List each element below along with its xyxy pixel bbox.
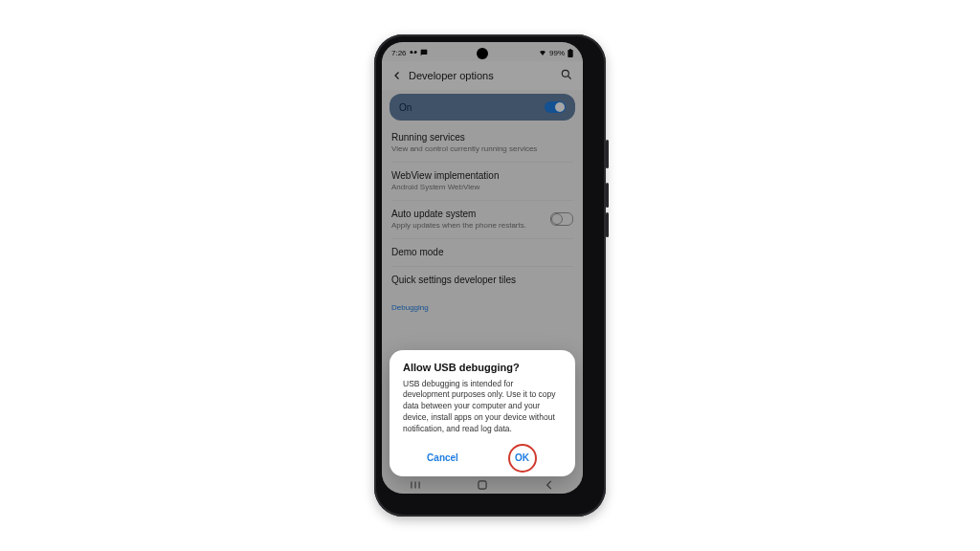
ok-button-label: OK <box>515 452 529 463</box>
dialog-actions: Cancel OK <box>403 445 562 471</box>
volume-up-button <box>606 183 609 208</box>
front-camera-notch <box>477 48 488 59</box>
cancel-button[interactable]: Cancel <box>403 445 482 471</box>
phone-mockup: 7:26 99% Developer options <box>374 34 606 517</box>
svg-rect-4 <box>479 481 486 489</box>
dialog-message: USB debugging is intended for developmen… <box>403 379 562 435</box>
ok-button[interactable]: OK <box>482 445 562 471</box>
volume-down-button <box>606 212 609 237</box>
dialog-title: Allow USB debugging? <box>403 362 562 373</box>
navigation-bar <box>382 476 583 494</box>
home-icon[interactable] <box>476 478 489 492</box>
usb-debugging-dialog: Allow USB debugging? USB debugging is in… <box>390 350 575 476</box>
recents-icon[interactable] <box>409 478 422 492</box>
power-button <box>606 140 609 168</box>
back-icon[interactable] <box>543 478 556 492</box>
